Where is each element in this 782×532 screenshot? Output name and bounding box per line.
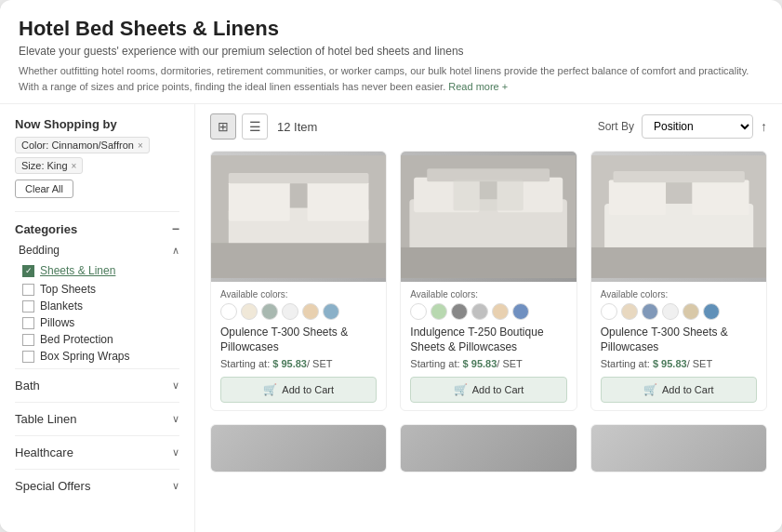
bedding-category: Bedding ∧ Sheets & Linen Top Sheets Blan…	[15, 244, 179, 365]
size-filter-tag: Size: King ×	[15, 157, 83, 174]
svg-rect-16	[692, 180, 749, 215]
swatch[interactable]	[703, 303, 720, 320]
swatch[interactable]	[302, 303, 319, 320]
healthcare-label: Healthcare	[15, 446, 73, 459]
healthcare-header[interactable]: Healthcare ∨	[15, 446, 179, 459]
blankets-label: Blankets	[40, 299, 83, 313]
svg-rect-2	[229, 181, 290, 220]
colors-label-3: Available colors:	[601, 289, 757, 299]
sheets-linen-link[interactable]: Sheets & Linen	[40, 262, 115, 279]
svg-rect-4	[229, 173, 369, 183]
swatch[interactable]	[492, 303, 509, 320]
bedding-collapse-icon: ∧	[172, 245, 179, 257]
products-grid: Available colors: Opulence T-300 Sheets …	[210, 151, 767, 411]
bath-section: Bath ∨	[15, 368, 179, 402]
product-price-2: Starting at: $ 95.83/ SET	[410, 358, 566, 369]
swatch[interactable]	[261, 303, 278, 320]
categories-header[interactable]: Categories −	[15, 221, 179, 244]
categories-collapse-icon: −	[172, 221, 179, 236]
product-info-3: Available colors: Opulence T-300 Sheets …	[591, 282, 766, 410]
blankets-checkbox[interactable]	[22, 300, 34, 313]
swatch[interactable]	[512, 303, 529, 320]
sidebar: Now Shopping by Color: Cinnamon/Saffron …	[0, 104, 195, 532]
swatch[interactable]	[451, 303, 468, 320]
clear-all-button[interactable]: Clear All	[15, 180, 73, 198]
svg-rect-17	[613, 171, 744, 182]
bed-protection-item[interactable]: Bed Protection	[19, 331, 179, 348]
healthcare-chevron-icon: ∨	[172, 446, 179, 459]
top-sheets-label: Top Sheets	[40, 283, 96, 296]
swatch[interactable]	[431, 303, 447, 320]
product-card-4	[210, 424, 387, 472]
color-swatches-1	[220, 303, 377, 320]
remove-size-filter-icon[interactable]: ×	[72, 161, 77, 171]
svg-rect-18	[591, 247, 766, 278]
page-subtitle: Elevate your guests' experience with our…	[19, 45, 763, 58]
product-info-1: Available colors: Opulence T-300 Sheets …	[211, 282, 386, 410]
sheets-linen-item[interactable]: Sheets & Linen	[19, 260, 179, 281]
pillows-item[interactable]: Pillows	[19, 314, 179, 331]
swatch[interactable]	[220, 303, 237, 320]
top-sheets-item[interactable]: Top Sheets	[19, 281, 179, 298]
cart-icon-2: 🛒	[454, 383, 468, 396]
sheets-linen-checkbox[interactable]	[22, 265, 34, 277]
page-header: Hotel Bed Sheets & Linens Elevate your g…	[0, 0, 782, 104]
swatch[interactable]	[601, 303, 617, 320]
bed-protection-checkbox[interactable]	[22, 334, 34, 346]
colors-label-1: Available colors:	[220, 289, 377, 299]
list-view-button[interactable]: ☰	[242, 113, 268, 140]
page-description: Whether outfitting hotel rooms, dormitor…	[19, 63, 763, 94]
grid-view-button[interactable]: ⊞	[210, 113, 236, 140]
remove-color-filter-icon[interactable]: ×	[138, 140, 143, 151]
color-swatches-2	[410, 303, 566, 320]
read-more-link[interactable]: Read more +	[448, 81, 508, 92]
bath-label: Bath	[15, 379, 40, 392]
special-offers-label: Special Offers	[15, 479, 90, 493]
box-spring-wraps-checkbox[interactable]	[22, 351, 34, 363]
product-area: ⊞ ☰ 12 Item Sort By Position Name Price …	[195, 104, 782, 532]
product-name-2: Indulgence T-250 Boutique Sheets & Pillo…	[410, 326, 566, 354]
toolbar-right: Sort By Position Name Price ↑	[598, 114, 767, 139]
toolbar: ⊞ ☰ 12 Item Sort By Position Name Price …	[210, 113, 767, 140]
add-to-cart-button-1[interactable]: 🛒 Add to Cart	[220, 377, 377, 403]
sort-label: Sort By	[598, 120, 634, 133]
top-sheets-checkbox[interactable]	[22, 284, 34, 296]
swatch[interactable]	[642, 303, 658, 320]
sort-select[interactable]: Position Name Price	[642, 114, 753, 139]
table-linen-header[interactable]: Table Linen ∨	[15, 412, 179, 426]
svg-rect-11	[401, 247, 576, 278]
special-offers-section: Special Offers ∨	[15, 469, 179, 502]
table-linen-section: Table Linen ∨	[15, 402, 179, 435]
product-image-6-partial	[591, 425, 766, 472]
product-image-4-partial	[211, 425, 386, 472]
product-card-2: Available colors: Indulgence T-250 Bouti…	[400, 151, 577, 411]
blankets-item[interactable]: Blankets	[19, 298, 179, 314]
swatch[interactable]	[282, 303, 298, 320]
swatch[interactable]	[683, 303, 699, 320]
bedding-header[interactable]: Bedding ∧	[19, 244, 179, 260]
colors-label-2: Available colors:	[410, 289, 566, 299]
add-to-cart-button-3[interactable]: 🛒 Add to Cart	[601, 377, 757, 403]
special-offers-header[interactable]: Special Offers ∨	[15, 479, 179, 493]
swatch[interactable]	[241, 303, 258, 320]
product-image-2	[401, 152, 576, 282]
box-spring-wraps-item[interactable]: Box Spring Wraps	[19, 348, 179, 365]
main-content: Now Shopping by Color: Cinnamon/Saffron …	[0, 104, 782, 532]
pillows-label: Pillows	[40, 316, 74, 329]
bath-chevron-icon: ∨	[172, 379, 179, 392]
swatch[interactable]	[471, 303, 488, 320]
bath-header[interactable]: Bath ∨	[15, 379, 179, 392]
swatch[interactable]	[662, 303, 679, 320]
add-to-cart-button-2[interactable]: 🛒 Add to Cart	[410, 377, 566, 403]
special-offers-chevron-icon: ∨	[172, 480, 179, 492]
product-card-3: Available colors: Opulence T-300 Sheets …	[590, 151, 767, 411]
color-swatches-3	[601, 303, 757, 320]
swatch[interactable]	[621, 303, 638, 320]
swatch[interactable]	[323, 303, 339, 320]
svg-rect-3	[308, 181, 369, 220]
sort-asc-button[interactable]: ↑	[761, 119, 767, 134]
shopping-by-label: Now Shopping by	[15, 117, 179, 131]
swatch[interactable]	[410, 303, 427, 320]
pillows-checkbox[interactable]	[22, 317, 34, 329]
svg-rect-12	[454, 180, 524, 210]
